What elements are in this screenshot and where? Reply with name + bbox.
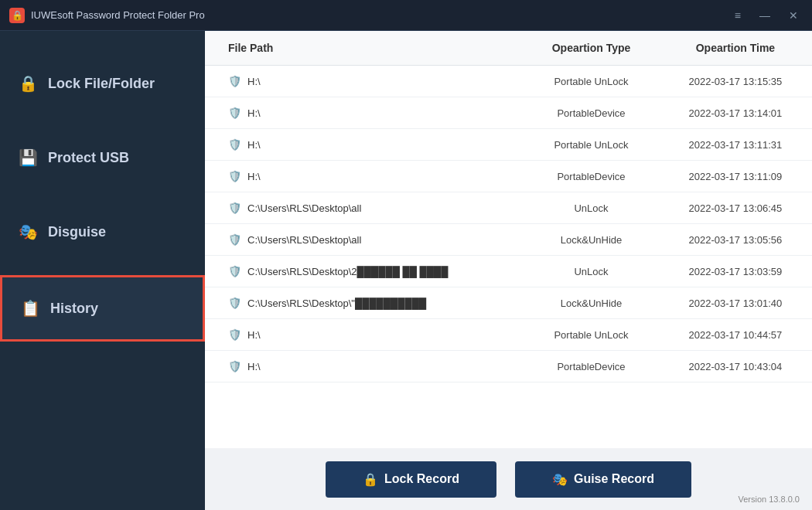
row-shield-icon: 🛡️ xyxy=(228,202,241,214)
content-area: File Path Opeartion Type Opeartion Time … xyxy=(205,31,812,510)
cell-operation-time: 2022-03-17 10:44:57 xyxy=(659,319,812,351)
history-table-wrapper: File Path Opeartion Type Opeartion Time … xyxy=(205,31,812,448)
file-path-text: H:\ xyxy=(247,171,261,182)
table-row: 🛡️C:\Users\RLS\Desktop\"██████████Lock&U… xyxy=(205,287,812,319)
table-row: 🛡️H:\PortableDevice2022-03-17 10:43:04 xyxy=(205,351,812,382)
row-shield-icon: 🛡️ xyxy=(228,75,241,87)
cell-operation-type: PortableDevice xyxy=(524,97,659,129)
disguise-icon: 🎭 xyxy=(19,223,37,241)
row-shield-icon: 🛡️ xyxy=(228,170,241,182)
table-header: File Path Opeartion Type Opeartion Time xyxy=(205,31,812,66)
lock-icon: 🔒 xyxy=(19,74,37,93)
cell-operation-type: Portable UnLock xyxy=(524,129,659,161)
file-path-text: H:\ xyxy=(247,361,261,372)
cell-file-path: 🛡️H:\ xyxy=(205,129,524,160)
table-row: 🛡️C:\Users\RLS\Desktop\allUnLock2022-03-… xyxy=(205,192,812,224)
guise-record-label: Guise Record xyxy=(574,472,654,486)
cell-file-path: 🛡️C:\Users\RLS\Desktop\all xyxy=(205,224,524,255)
file-path-text: C:\Users\RLS\Desktop\all xyxy=(247,202,361,214)
row-shield-icon: 🛡️ xyxy=(228,138,241,151)
row-shield-icon: 🛡️ xyxy=(228,107,241,119)
app-icon: 🔒 xyxy=(9,8,25,23)
cell-file-path: 🛡️C:\Users\RLS\Desktop\all xyxy=(205,192,524,223)
title-bar: 🔒 IUWEsoft Password Protect Folder Pro ≡… xyxy=(0,0,812,31)
content-wrapper: File Path Opeartion Type Opeartion Time … xyxy=(205,31,812,510)
col-operation-time: Opeartion Time xyxy=(659,31,812,66)
file-path-text: C:\Users\RLS\Desktop\2██████ ██ ████ xyxy=(247,266,448,277)
cell-file-path: 🛡️C:\Users\RLS\Desktop\2██████ ██ ████ xyxy=(205,256,524,287)
file-path-text: C:\Users\RLS\Desktop\all xyxy=(247,234,361,246)
table-row: 🛡️H:\Portable UnLock2022-03-17 13:15:35 xyxy=(205,66,812,97)
history-table: File Path Opeartion Type Opeartion Time … xyxy=(205,31,812,382)
cell-operation-type: PortableDevice xyxy=(524,351,659,382)
cell-operation-time: 2022-03-17 13:03:59 xyxy=(659,256,812,287)
cell-file-path: 🛡️C:\Users\RLS\Desktop\"██████████ xyxy=(205,287,524,318)
cell-operation-type: UnLock xyxy=(524,192,659,224)
sidebar-item-protect-usb[interactable]: 💾 Protect USB xyxy=(0,127,205,189)
cell-operation-type: PortableDevice xyxy=(524,161,659,192)
cell-operation-type: Lock&UnHide xyxy=(524,224,659,256)
sidebar-label-usb: Protect USB xyxy=(48,150,129,166)
cell-file-path: 🛡️H:\ xyxy=(205,319,524,350)
file-path-text: H:\ xyxy=(247,139,261,151)
lock-record-button[interactable]: 🔒 Lock Record xyxy=(326,461,496,498)
guise-record-icon: 🎭 xyxy=(552,472,568,487)
menu-button[interactable]: ≡ xyxy=(730,8,745,23)
cell-operation-type: Portable UnLock xyxy=(524,66,659,97)
close-button[interactable]: ✕ xyxy=(784,8,803,23)
row-shield-icon: 🛡️ xyxy=(228,360,241,372)
cell-operation-type: Lock&UnHide xyxy=(524,287,659,319)
cell-operation-type: UnLock xyxy=(524,256,659,287)
lock-record-icon: 🔒 xyxy=(363,472,378,487)
title-bar-left: 🔒 IUWEsoft Password Protect Folder Pro xyxy=(9,8,205,23)
table-row: 🛡️H:\PortableDevice2022-03-17 13:11:09 xyxy=(205,161,812,192)
table-row: 🛡️H:\Portable UnLock2022-03-17 10:44:57 xyxy=(205,319,812,351)
title-bar-controls[interactable]: ≡ — ✕ xyxy=(730,8,803,23)
table-row: 🛡️H:\Portable UnLock2022-03-17 13:11:31 xyxy=(205,129,812,161)
sidebar-label-history: History xyxy=(50,301,98,317)
row-shield-icon: 🛡️ xyxy=(228,265,241,277)
file-path-text: H:\ xyxy=(247,76,261,87)
cell-operation-time: 2022-03-17 13:14:01 xyxy=(659,97,812,129)
row-shield-icon: 🛡️ xyxy=(228,233,241,246)
main-layout: 🔒 Lock File/Folder 💾 Protect USB 🎭 Disgu… xyxy=(0,31,812,510)
usb-icon: 💾 xyxy=(19,148,37,167)
row-shield-icon: 🛡️ xyxy=(228,328,241,341)
cell-operation-time: 2022-03-17 13:15:35 xyxy=(659,66,812,97)
bottom-bar: 🔒 Lock Record 🎭 Guise Record xyxy=(205,448,812,510)
table-row: 🛡️H:\PortableDevice2022-03-17 13:14:01 xyxy=(205,97,812,129)
cell-operation-time: 2022-03-17 13:06:45 xyxy=(659,192,812,224)
file-path-text: H:\ xyxy=(247,107,261,119)
table-body: 🛡️H:\Portable UnLock2022-03-17 13:15:35🛡… xyxy=(205,66,812,382)
guise-record-button[interactable]: 🎭 Guise Record xyxy=(515,461,691,498)
table-row: 🛡️C:\Users\RLS\Desktop\2██████ ██ ████Un… xyxy=(205,256,812,287)
cell-file-path: 🛡️H:\ xyxy=(205,161,524,192)
col-operation-type: Opeartion Type xyxy=(524,31,659,66)
cell-operation-time: 2022-03-17 13:11:09 xyxy=(659,161,812,192)
version-text: Version 13.8.0.0 xyxy=(738,495,800,504)
sidebar-label-disguise: Disguise xyxy=(48,224,106,240)
sidebar-item-history[interactable]: 📋 History xyxy=(0,275,205,342)
minimize-button[interactable]: — xyxy=(755,8,775,23)
sidebar-item-disguise[interactable]: 🎭 Disguise xyxy=(0,201,205,263)
lock-record-label: Lock Record xyxy=(384,472,459,486)
cell-operation-time: 2022-03-17 13:01:40 xyxy=(659,287,812,319)
sidebar-item-lock-file-folder[interactable]: 🔒 Lock File/Folder xyxy=(0,53,205,114)
sidebar-label-lock: Lock File/Folder xyxy=(48,76,155,92)
history-icon: 📋 xyxy=(21,299,39,318)
col-file-path: File Path xyxy=(205,31,524,66)
app-title: IUWEsoft Password Protect Folder Pro xyxy=(31,9,205,21)
sidebar: 🔒 Lock File/Folder 💾 Protect USB 🎭 Disgu… xyxy=(0,31,205,510)
cell-file-path: 🛡️H:\ xyxy=(205,66,524,97)
cell-operation-type: Portable UnLock xyxy=(524,319,659,351)
cell-file-path: 🛡️H:\ xyxy=(205,97,524,128)
cell-file-path: 🛡️H:\ xyxy=(205,351,524,382)
file-path-text: H:\ xyxy=(247,329,261,341)
table-row: 🛡️C:\Users\RLS\Desktop\allLock&UnHide202… xyxy=(205,224,812,256)
cell-operation-time: 2022-03-17 13:11:31 xyxy=(659,129,812,161)
file-path-text: C:\Users\RLS\Desktop\"██████████ xyxy=(247,298,426,309)
cell-operation-time: 2022-03-17 10:43:04 xyxy=(659,351,812,382)
row-shield-icon: 🛡️ xyxy=(228,297,241,309)
cell-operation-time: 2022-03-17 13:05:56 xyxy=(659,224,812,256)
